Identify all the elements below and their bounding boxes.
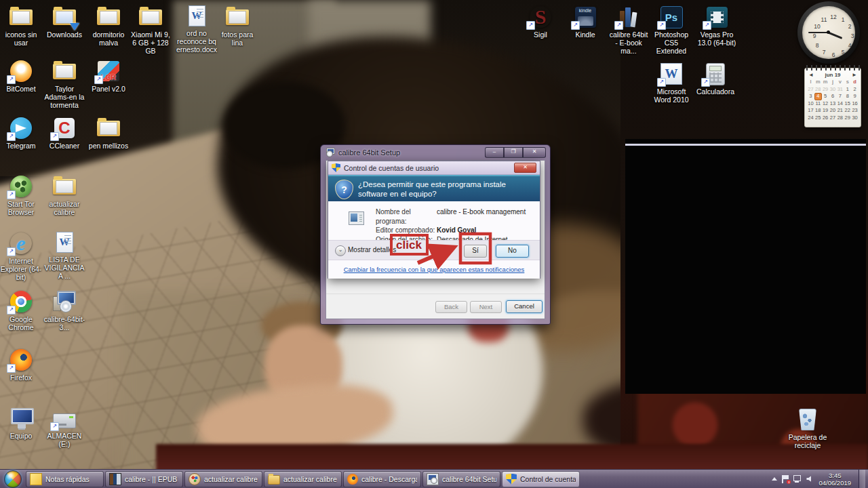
desktop-icon-ord-doc[interactable]: W ord no reconoce bq ernesto.docx [176,4,218,54]
question-shield-icon: ? [335,180,353,199]
shortcut-arrow-icon: ↗ [657,78,666,87]
sticky-note-icon [30,473,42,485]
taskbar-button-control-cuentas[interactable]: Control de cuenta... [502,471,580,487]
clock-gadget[interactable]: 12 1 2 3 4 5 6 7 8 9 10 11 [797,1,860,64]
calibre-icon [109,473,121,485]
calendar-month: jun 19 [825,72,840,78]
program-name: calibre - E-book management [437,207,526,226]
spiral-binding [805,65,861,70]
uac-question-text: ¿Desea permitir que este programa instal… [358,180,531,199]
shortcut-arrow-icon: ↗ [7,190,16,199]
desktop-icon-word-2010[interactable]: W↗ Microsoft Word 2010 [650,62,692,104]
network-icon[interactable] [793,475,802,483]
desktop-icon-ccleaner[interactable]: C↗ CCleaner [43,117,85,150]
desktop-icon-actualizar-calibre[interactable]: actualizar calibre [43,175,85,216]
taskbar-button-calibre[interactable]: calibre - || EPUB 2... [105,471,183,487]
folder-icon [9,9,33,25]
cancel-button[interactable]: Cancel [506,300,542,313]
minimize-button[interactable]: – [485,147,504,158]
desktop-icon-recycle-bin[interactable]: Papelera de reciclaje [787,408,829,449]
show-desktop-button[interactable] [859,470,865,488]
desktop-icon-lcr-panel[interactable]: LCR↗ Panel v2.0 [87,60,130,93]
calendar-gadget[interactable]: ◄ jun 19 ► lmmjvsd 272829303112 3456789 … [804,68,861,127]
calendar-prev-icon[interactable]: ◄ [808,72,814,78]
folder-icon [53,64,76,79]
program-icon [349,211,364,225]
folder-icon [97,9,120,25]
tray-date: 04/06/2019 [818,479,851,487]
maximize-button[interactable]: ❐ [504,147,523,158]
volume-icon[interactable] [806,476,811,482]
system-tray: x 3:45 04/06/2019 [772,470,868,488]
desktop-icon-telegram[interactable]: ↗ Telegram [0,117,42,150]
installer-icon [427,473,439,485]
recycle-bin-icon [799,409,816,430]
desktop-icon-taylor-adams[interactable]: Taylor Adams-en la tormenta [43,60,85,109]
uac-shield-icon [506,474,517,485]
tray-time: 3:45 [818,472,851,479]
uac-dialog: Control de cuentas de usuario ✕ ? ¿Desea… [328,161,540,279]
desktop-icon-dormitorio-malva[interactable]: dormitorio malva [87,5,130,47]
minute-hand [808,32,829,33]
taskbar-button-actualizar-calibre-paint[interactable]: actualizar calibre ... [184,471,262,487]
desktop-icon-sigil[interactable]: S↗ Sigil [519,5,561,39]
computer-icon [9,408,33,428]
desktop-icon-calibre-ebook[interactable]: ↗ calibre 64bit - E-book ma... [608,5,650,55]
shortcut-arrow-icon: ↗ [7,364,16,373]
taskbar-button-notas-rapidas[interactable]: Notas rápidas [26,471,104,487]
uac-banner: ? ¿Desea permitir que este programa inst… [328,175,540,201]
word-document-icon: W [189,5,205,26]
shortcut-arrow-icon: ↗ [614,21,623,30]
shortcut-arrow-icon: ↗ [657,21,666,30]
taskbar-button-calibre-setup[interactable]: calibre 64bit Setup [422,471,500,487]
desktop-icon-calibre-installer-file[interactable]: calibre-64bit-3... [43,290,85,331]
desktop-icon-almacen-drive[interactable]: ↗ ALMACEN (E:) [43,407,85,448]
shortcut-arrow-icon: ↗ [94,75,103,84]
tray-clock[interactable]: 3:45 04/06/2019 [816,472,854,487]
desktop-icon-fotos-para-lina[interactable]: fotos para lina [216,5,258,47]
folder-icon [226,9,249,25]
desktop-icon-bitcomet[interactable]: ↗ BitComet [0,60,42,93]
uac-close-button[interactable]: ✕ [514,163,536,173]
desktop-icon-calculadora[interactable]: ↗ Calculadora [694,62,736,96]
word-document-icon: W [56,232,73,253]
desktop-icon-pen-mellizos[interactable]: pen mellizos [87,117,130,150]
desktop-icon-google-chrome[interactable]: ↗ Google Chrome [0,290,42,331]
next-button[interactable]: Next [470,301,502,313]
desktop-icon-photoshop[interactable]: Ps↗ Photoshop CS5 Extended [650,5,692,55]
desktop-icon-firefox[interactable]: ↗ Firefox [0,348,42,382]
action-center-flag-icon[interactable]: x [782,475,789,483]
show-details-toggle[interactable]: Mostrar detalles [348,246,396,253]
folder-icon [268,475,280,485]
desktop-icon-xiaomi[interactable]: Xiaomi Mi 9, 6 GB + 128 GB [130,5,172,55]
taskbar-button-actualizar-calibre-folder[interactable]: actualizar calibre [264,471,342,487]
desktop-icon-internet-explorer[interactable]: e↗ Internet Explorer (64-bit) [0,232,42,281]
desktop-icon-downloads[interactable]: Downloads [43,5,85,39]
close-button[interactable]: ✕ [523,147,546,158]
installer-icon [53,291,76,312]
chevron-down-icon[interactable]: ⌄ [335,245,346,256]
taskbar-button-firefox-descarga[interactable]: calibre - Descarga... [343,471,421,487]
taskbar: Notas rápidas calibre - || EPUB 2... act… [0,469,868,488]
desktop-icon-vegas-pro[interactable]: ↗ Vegas Pro 13.0 (64-bit) [696,5,738,47]
desktop-icon-kindle[interactable]: kindle↗ Kindle [564,5,606,39]
desktop-icon-tor-browser[interactable]: ↗ Start Tor Browser [0,175,42,216]
download-arrow-icon [70,23,79,30]
calendar-grid: lmmjvsd 272829303112 3456789 10111213141… [805,79,861,121]
firefox-icon [347,474,358,485]
paint-palette-icon [189,473,201,485]
desktop-icon-iconos-sin-usar[interactable]: iconos sin usar [0,5,42,47]
uac-title-bar[interactable]: Control de cuentas de usuario ✕ [328,161,540,175]
calendar-next-icon[interactable]: ► [852,72,857,78]
notification-settings-link[interactable]: Cambiar la frecuencia con la que aparece… [344,266,525,273]
back-button[interactable]: Back [435,301,467,313]
start-button[interactable] [0,470,26,488]
no-button[interactable]: No [496,245,529,258]
shortcut-arrow-icon: ↗ [571,21,580,30]
setup-title-bar[interactable]: calibre 64bit Setup – ❐ ✕ [321,145,550,160]
yes-button[interactable]: Sí [464,245,487,258]
desktop-icon-equipo[interactable]: Equipo [0,407,42,440]
uac-shield-icon [332,163,340,172]
show-hidden-icons-icon[interactable] [772,477,777,481]
desktop-icon-lista-vigilancia[interactable]: W LISTA DE VIGILANCIA A ... [43,230,85,280]
